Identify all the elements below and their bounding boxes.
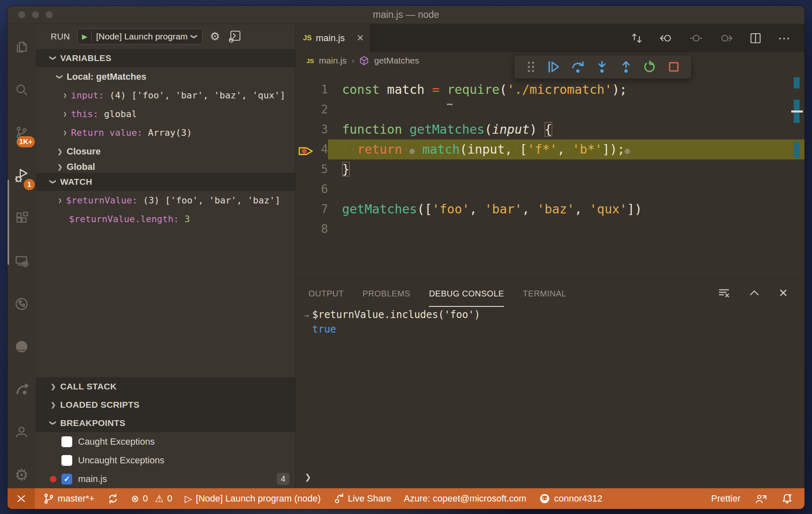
console-prompt-icon[interactable]: ❯	[305, 471, 311, 483]
code-line[interactable]: 7getMatches(['foo', 'bar', 'baz', 'qux']…	[296, 199, 805, 219]
code-line[interactable]: 2	[296, 100, 805, 120]
breakpoint-gutter[interactable]	[298, 103, 316, 116]
step-over-button[interactable]	[571, 61, 585, 73]
code-line-text[interactable]: function getMatches(input) {	[328, 120, 805, 140]
sidebar-item-accounts[interactable]	[7, 411, 36, 453]
tab-terminal[interactable]: TERMINAL	[523, 280, 566, 307]
loaded-scripts-section-header[interactable]: ❯ LOADED SCRIPTS	[36, 396, 295, 414]
continue-button[interactable]	[547, 61, 560, 73]
code-line-text[interactable]: }	[328, 159, 805, 179]
breakpoint-row-mainjs[interactable]: ✓ main.js 4	[36, 470, 295, 488]
code-line-text[interactable]	[328, 179, 805, 199]
sidebar-item-source-control[interactable]: 1K+	[7, 111, 36, 154]
variable-row-input[interactable]: ❯ input: (4) ['foo', 'bar', 'baz', 'qux'…	[36, 86, 295, 105]
tab-output[interactable]: OUTPUT	[308, 280, 344, 307]
tab-debug-console[interactable]: DEBUG CONSOLE	[429, 280, 504, 307]
breakpoint-row-caught[interactable]: Caught Exceptions	[36, 432, 295, 451]
sidebar-item-explorer[interactable]	[7, 26, 36, 69]
tab-problems[interactable]: PROBLEMS	[362, 280, 410, 307]
problems-status[interactable]: ⊗ 0 ⚠ 0	[131, 493, 172, 504]
breakpoint-gutter[interactable]	[298, 143, 316, 156]
breakpoint-gutter[interactable]	[298, 163, 316, 176]
open-changes-icon[interactable]	[630, 32, 643, 45]
step-back-icon[interactable]	[689, 32, 703, 45]
code-line-text[interactable]	[328, 219, 805, 239]
variable-row-return-value[interactable]: ❯ Return value: Array(3)	[36, 123, 295, 142]
watch-value: (3) ['foo', 'bar', 'baz']	[143, 195, 280, 206]
sync-status[interactable]	[107, 493, 119, 504]
configure-gear-icon[interactable]: ⚙	[210, 31, 220, 42]
live-share-label: Live Share	[348, 493, 391, 504]
scope-closure-row[interactable]: ❯ Closure	[36, 142, 295, 161]
sidebar-item-extensions[interactable]	[7, 197, 36, 240]
continue-forward-icon[interactable]	[719, 32, 733, 45]
sidebar-item-run-debug[interactable]: 1	[7, 154, 36, 197]
breakpoint-gutter[interactable]	[298, 223, 316, 235]
checkbox-unchecked[interactable]	[61, 436, 72, 447]
tab-mainjs[interactable]: JS main.js ✕	[296, 24, 370, 52]
breadcrumb-file[interactable]: main.js	[319, 56, 347, 66]
maximize-panel-icon[interactable]	[748, 288, 760, 298]
sidebar-item-search[interactable]	[7, 69, 36, 111]
scope-local-label: Local: getMatches	[67, 71, 147, 82]
checkbox-checked[interactable]: ✓	[61, 474, 72, 485]
watch-row-return-value[interactable]: ❯ $returnValue: (3) ['foo', 'bar', 'baz'…	[36, 191, 295, 210]
reverse-continue-icon[interactable]	[659, 32, 673, 45]
breadcrumb-symbol[interactable]: getMatches	[374, 56, 419, 66]
notifications-bell-icon[interactable]	[781, 493, 793, 504]
code-line[interactable]: 8	[296, 219, 805, 239]
split-editor-icon[interactable]	[749, 32, 762, 45]
code-line[interactable]: 3function getMatches(input) {	[296, 120, 805, 140]
git-branch-status[interactable]: master*+	[43, 493, 95, 504]
variable-row-this[interactable]: ❯ this: global	[36, 105, 295, 123]
breakpoint-gutter[interactable]	[298, 123, 316, 136]
live-share-status[interactable]: Live Share	[333, 493, 391, 504]
code-line-text[interactable]: getMatches(['foo', 'bar', 'baz', 'qux'])	[328, 199, 805, 219]
code-line[interactable]: 6	[296, 179, 805, 199]
toolbar-drag-grip-icon[interactable]	[526, 61, 536, 73]
code-line[interactable]: 1const match = require('./micromatch');…	[296, 80, 805, 100]
debug-session-label: [Node] Launch program (node)	[196, 493, 321, 504]
checkbox-unchecked[interactable]	[61, 455, 72, 466]
debug-console-content[interactable]: → $returnValue.includes('foo') true	[296, 308, 805, 336]
code-line[interactable]: 4··return·● match(input,·['f*',·'b*']);●	[296, 140, 805, 159]
variables-section-header[interactable]: ❯ VARIABLES	[36, 49, 295, 67]
stop-button[interactable]	[668, 61, 680, 73]
sidebar-item-share-extension[interactable]	[7, 368, 36, 411]
debug-console-icon[interactable]	[227, 29, 242, 44]
breakpoint-gutter[interactable]	[298, 203, 316, 215]
github-account-status[interactable]: connor4312	[539, 493, 602, 504]
code-line[interactable]: 5}	[296, 159, 805, 179]
scope-local-row[interactable]: ❯ Local: getMatches	[36, 67, 295, 86]
watch-row-length[interactable]: $returnValue.length: 3	[36, 210, 295, 228]
sidebar-item-remote-explorer[interactable]	[7, 240, 36, 282]
breakpoints-section-header[interactable]: ❯ BREAKPOINTS	[36, 414, 295, 432]
feedback-icon[interactable]	[755, 493, 767, 504]
debug-session-status[interactable]: ▷ [Node] Launch program (node)	[185, 493, 321, 504]
close-tab-icon[interactable]: ✕	[357, 33, 364, 44]
activity-scroll-indicator[interactable]	[7, 180, 9, 265]
azure-account-status[interactable]: Azure: copeet@microsoft.com	[404, 493, 526, 504]
overview-ruler-cursor	[791, 110, 803, 113]
sidebar-item-live-share[interactable]	[7, 282, 36, 325]
code-editor[interactable]: 1const match = require('./micromatch');……	[296, 69, 805, 278]
step-out-button[interactable]	[620, 61, 632, 73]
close-panel-icon[interactable]: ✕	[778, 286, 788, 300]
sidebar-item-github[interactable]	[7, 325, 36, 368]
breakpoint-row-uncaught[interactable]: Uncaught Exceptions	[36, 451, 295, 470]
code-line-text[interactable]: ··return·● match(input,·['f*',·'b*']);●	[328, 140, 805, 159]
breakpoint-gutter[interactable]	[298, 83, 316, 96]
call-stack-section-header[interactable]: ❯ CALL STACK	[36, 377, 295, 396]
sidebar-item-settings[interactable]: ⚙	[7, 453, 36, 496]
scope-global-row[interactable]: ❯ Global	[36, 161, 295, 173]
launch-config-dropdown[interactable]: ▶ [Node] Launch program ❯	[77, 29, 202, 44]
breakpoint-gutter[interactable]	[298, 183, 316, 196]
code-line-text[interactable]: const match = require('./micromatch');	[328, 80, 805, 100]
watch-section-header[interactable]: ❯ WATCH	[36, 173, 295, 191]
restart-button[interactable]	[643, 61, 656, 73]
prettier-status[interactable]: Prettier	[711, 493, 741, 504]
clear-console-icon[interactable]	[718, 287, 730, 299]
code-line-text[interactable]	[328, 100, 805, 120]
start-debug-icon[interactable]: ▶	[82, 32, 87, 41]
step-into-button[interactable]	[596, 61, 608, 73]
